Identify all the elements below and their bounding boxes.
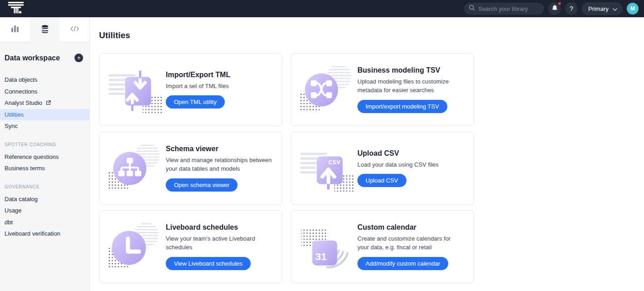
card-import-export-tml: Import/Export TML Import a set of TML fi… bbox=[99, 53, 282, 126]
library-search bbox=[464, 3, 544, 15]
business-modeling-tsv-icon bbox=[300, 63, 355, 117]
database-icon bbox=[41, 25, 49, 35]
card-description: View and manage relationships between yo… bbox=[166, 156, 272, 173]
section-label-governance: GOVERNANCE bbox=[5, 184, 89, 189]
sidebar-item-connections[interactable]: Connections bbox=[0, 86, 89, 98]
tab-insights[interactable] bbox=[0, 17, 30, 42]
card-title: Upload CSV bbox=[357, 149, 439, 158]
upload-csv-icon: CSV bbox=[300, 142, 355, 195]
sidebar-item-utilities[interactable]: Utilities bbox=[0, 109, 89, 121]
card-description: Load your data using CSV files bbox=[357, 161, 439, 169]
sidebar: Data workspace + Data objects Connection… bbox=[0, 17, 90, 291]
help-button[interactable]: ? bbox=[565, 2, 578, 15]
card-title: Custom calendar bbox=[357, 223, 464, 232]
upload-csv-button[interactable]: Upload CSV bbox=[357, 174, 406, 187]
sidebar-item-sync[interactable]: Sync bbox=[0, 120, 89, 132]
tab-data[interactable] bbox=[30, 17, 60, 42]
sidebar-item-business-terms[interactable]: Business terms bbox=[0, 163, 89, 174]
liveboard-schedules-icon bbox=[109, 220, 163, 274]
svg-text:CSV: CSV bbox=[328, 159, 341, 165]
user-avatar[interactable]: M bbox=[627, 3, 639, 15]
sidebar-item-data-catalog[interactable]: Data catalog bbox=[0, 193, 89, 205]
thoughtspot-logo-icon[interactable] bbox=[8, 2, 24, 16]
plus-icon: + bbox=[77, 54, 80, 61]
add-button[interactable]: + bbox=[74, 54, 83, 62]
view-liveboard-schedules-button[interactable]: View Liveboard schedules bbox=[166, 257, 251, 270]
card-custom-calendar: 31 Custom calendar Create and customize … bbox=[291, 210, 474, 283]
utilities-grid: Import/Export TML Import a set of TML fi… bbox=[99, 53, 644, 283]
chevron-down-icon bbox=[613, 5, 617, 12]
card-upload-csv: CSV Upload CSV Load your data using CSV … bbox=[291, 132, 474, 205]
search-icon bbox=[469, 5, 475, 13]
schema-viewer-icon bbox=[109, 142, 163, 195]
module-tabs bbox=[0, 17, 89, 42]
notifications-button[interactable] bbox=[548, 2, 561, 15]
card-business-modeling-tsv: Business modeling TSV Upload modeling fi… bbox=[291, 53, 474, 126]
card-title: Import/Export TML bbox=[166, 71, 230, 79]
sidebar-title: Data workspace bbox=[5, 54, 60, 62]
card-liveboard-schedules: Liveboard schedules View your team's act… bbox=[99, 210, 282, 283]
question-mark-icon: ? bbox=[570, 5, 573, 12]
custom-calendar-icon: 31 bbox=[300, 220, 355, 274]
import-export-modeling-tsv-button[interactable]: Import/export modeling TSV bbox=[357, 100, 447, 113]
avatar-initial: M bbox=[630, 5, 635, 12]
card-description: Import a set of TML files bbox=[166, 82, 230, 91]
sidebar-nav: Data objects Connections Analyst Studio … bbox=[0, 74, 89, 240]
section-label-spotter-coaching: SPOTTER COACHING bbox=[5, 142, 89, 147]
card-description: Create and customize calendars for your … bbox=[357, 235, 464, 252]
sidebar-item-analyst-studio[interactable]: Analyst Studio bbox=[0, 97, 89, 109]
sidebar-item-usage[interactable]: Usage bbox=[0, 205, 89, 217]
svg-text:31: 31 bbox=[315, 251, 327, 262]
top-bar: ? Primary M bbox=[0, 0, 644, 17]
page-title: Utilities bbox=[99, 30, 644, 40]
import-export-tml-icon bbox=[109, 63, 163, 117]
sidebar-item-dbt[interactable]: dbt bbox=[0, 217, 89, 228]
tab-code[interactable] bbox=[59, 17, 89, 42]
bar-chart-icon bbox=[11, 25, 19, 34]
open-schema-viewer-button[interactable]: Open schema viewer bbox=[166, 178, 238, 192]
card-title: Business modeling TSV bbox=[357, 66, 464, 74]
main-content: Utilities bbox=[90, 17, 644, 291]
notification-badge bbox=[557, 1, 562, 6]
sidebar-item-reference-questions[interactable]: Reference questions bbox=[0, 151, 89, 163]
card-title: Schema viewer bbox=[166, 145, 272, 153]
code-icon bbox=[70, 25, 79, 34]
add-modify-custom-calendar-button[interactable]: Add/modify custom calendar bbox=[357, 257, 448, 270]
card-title: Liveboard schedules bbox=[166, 223, 272, 232]
org-selector[interactable]: Primary bbox=[582, 2, 623, 15]
bell-icon bbox=[551, 5, 558, 13]
sidebar-item-data-objects[interactable]: Data objects bbox=[0, 74, 89, 86]
card-description: View your team's active Liveboard schedu… bbox=[166, 235, 272, 252]
card-schema-viewer: Schema viewer View and manage relationsh… bbox=[99, 132, 282, 205]
external-link-icon bbox=[46, 100, 51, 105]
card-description: Upload modeling files to customize metad… bbox=[357, 78, 464, 95]
search-input[interactable] bbox=[478, 5, 540, 12]
sidebar-item-liveboard-verification[interactable]: Liveboard verification bbox=[0, 228, 89, 240]
open-tml-utility-button[interactable]: Open TML utility bbox=[166, 95, 225, 109]
org-selector-label: Primary bbox=[588, 5, 609, 12]
